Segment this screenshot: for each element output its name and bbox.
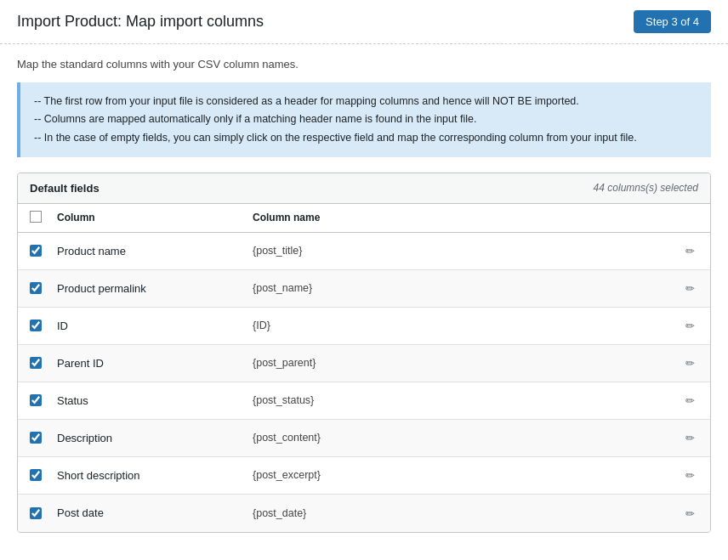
row-label-parent-id: Parent ID [57, 357, 253, 370]
subtitle-text: Map the standard columns with your CSV c… [17, 58, 711, 71]
row-checkbox-cell [30, 469, 57, 481]
row-label-id: ID [57, 320, 253, 332]
table-row: Post date {post_date} [18, 495, 710, 532]
row-label-status: Status [57, 394, 253, 407]
edit-icon-short-description[interactable] [682, 467, 698, 484]
row-label-description: Description [57, 432, 253, 444]
content-area: Map the standard columns with your CSV c… [0, 44, 728, 546]
edit-icon-product-permalink[interactable] [682, 280, 698, 297]
row-checkbox-short-description[interactable] [30, 469, 42, 481]
row-value-cell-id: {ID} [253, 317, 698, 334]
mapping-table: Default fields 44 columns(s) selected Co… [17, 173, 711, 533]
row-checkbox-cell [30, 507, 57, 519]
table-row: Product name {post_title} [18, 233, 710, 270]
edit-icon-post-date[interactable] [682, 505, 698, 522]
row-checkbox-cell [30, 432, 57, 444]
info-box: -- The first row from your input file is… [17, 82, 711, 157]
edit-icon-description[interactable] [682, 429, 698, 446]
row-label-product-name: Product name [57, 245, 253, 257]
row-value-cell-status: {post_status} [253, 392, 698, 409]
default-fields-label: Default fields [30, 182, 100, 195]
table-body: Product name {post_title} Product permal… [18, 233, 710, 532]
table-row: Product permalink {post_name} [18, 270, 710, 308]
row-value-product-name: {post_title} [253, 245, 675, 257]
row-checkbox-cell [30, 357, 57, 369]
edit-icon-product-name[interactable] [682, 242, 698, 259]
table-row: Parent ID {post_parent} [18, 345, 710, 382]
edit-icon-status[interactable] [682, 392, 698, 409]
row-checkbox-description[interactable] [30, 432, 42, 444]
row-value-short-description: {post_excerpt} [253, 469, 675, 481]
table-section-header: Default fields 44 columns(s) selected [18, 173, 710, 204]
page-title: Import Product: Map import columns [17, 13, 264, 31]
table-row: Short description {post_excerpt} [18, 457, 710, 495]
row-value-cell-post-date: {post_date} [253, 505, 698, 522]
row-checkbox-cell [30, 282, 57, 294]
row-label-product-permalink: Product permalink [57, 282, 253, 295]
row-value-description: {post_content} [253, 432, 675, 444]
row-value-cell-parent-id: {post_parent} [253, 354, 698, 371]
row-value-cell-short-description: {post_excerpt} [253, 467, 698, 484]
info-line-1: -- The first row from your input file is… [34, 93, 697, 110]
edit-icon-id[interactable] [682, 317, 698, 334]
column-header-name: Column name [253, 212, 698, 223]
row-checkbox-cell [30, 245, 57, 257]
row-label-short-description: Short description [57, 469, 253, 482]
select-all-checkbox[interactable] [30, 211, 42, 223]
column-headers: Column Column name [18, 204, 710, 233]
row-value-post-date: {post_date} [253, 507, 675, 519]
row-value-cell-product-name: {post_title} [253, 242, 698, 259]
edit-icon-parent-id[interactable] [682, 354, 698, 371]
row-value-parent-id: {post_parent} [253, 357, 675, 369]
columns-selected-count: 44 columns(s) selected [594, 182, 698, 194]
row-checkbox-product-name[interactable] [30, 245, 42, 257]
row-value-id: {ID} [253, 320, 675, 331]
column-header-column: Column [57, 212, 253, 223]
row-value-cell-description: {post_content} [253, 429, 698, 446]
info-line-3: -- In the case of empty fields, you can … [34, 129, 697, 147]
table-row: ID {ID} [18, 308, 710, 345]
step-badge: Step 3 of 4 [634, 10, 711, 33]
page-header: Import Product: Map import columns Step … [0, 0, 728, 44]
info-line-2: -- Columns are mapped automatically only… [34, 110, 697, 128]
row-checkbox-cell [30, 394, 57, 406]
page-wrapper: Import Product: Map import columns Step … [0, 0, 728, 560]
row-checkbox-id[interactable] [30, 320, 42, 331]
row-label-post-date: Post date [57, 506, 253, 519]
row-value-cell-product-permalink: {post_name} [253, 280, 698, 297]
table-row: Status {post_status} [18, 382, 710, 420]
table-row: Description {post_content} [18, 420, 710, 457]
row-checkbox-parent-id[interactable] [30, 357, 42, 369]
row-value-status: {post_status} [253, 394, 675, 406]
row-checkbox-cell [30, 320, 57, 331]
row-value-product-permalink: {post_name} [253, 282, 675, 294]
row-checkbox-status[interactable] [30, 394, 42, 406]
row-checkbox-product-permalink[interactable] [30, 282, 42, 294]
row-checkbox-post-date[interactable] [30, 507, 42, 519]
header-checkbox-spacer [30, 211, 57, 225]
